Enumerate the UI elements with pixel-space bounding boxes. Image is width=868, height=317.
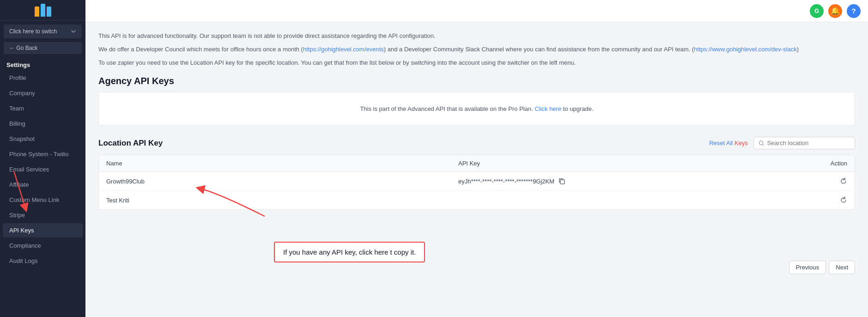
previous-button[interactable]: Previous [789,261,826,274]
sidebar-item-compliance[interactable]: Compliance [3,238,83,253]
logo-icon [35,4,51,17]
keys-text: Keys [734,140,748,146]
annotation-area: If you have any API key, click here t co… [98,212,855,253]
col-name-header: Name [106,160,458,167]
user-avatar-icon[interactable]: G [810,4,824,18]
table-header: Name API Key Action [99,155,855,172]
upgrade-text: to upgrade. [561,105,593,112]
sidebar-item-phone-system[interactable]: Phone System - Twilio [3,147,83,161]
sidebar-item-audit-logs[interactable]: Audit Logs [3,254,83,268]
sidebar-item-email-services[interactable]: Email Services [3,162,83,177]
main-area: G 🔔 ? This API is for advanced functiona… [85,0,868,317]
api-key-value-1: eyJh****-****-****-****-*******9Gj2KM [458,177,810,185]
logo-bar-blue-short [47,6,51,17]
pagination: Previous Next [98,261,855,274]
sidebar-item-custom-menu-link[interactable]: Custom Menu Link [3,193,83,207]
sidebar-item-stripe[interactable]: Stripe [3,208,83,222]
tooltip-box: If you have any API key, click here t co… [274,242,425,262]
sidebar-item-billing[interactable]: Billing [3,116,83,131]
copy-svg [558,177,565,185]
location-api-header: Location API Key Reset All Keys [98,137,855,149]
sidebar-item-team[interactable]: Team [3,101,83,116]
info-text-2: We do offer a Developer Council which me… [98,45,855,55]
settings-title: Settings [0,58,85,70]
copy-icon-1[interactable] [558,177,565,185]
action-icon-2[interactable] [810,196,847,204]
sidebar-item-company[interactable]: Company [3,86,83,100]
api-key-text-1: eyJh****-****-****-****-*******9Gj2KM [458,178,554,185]
switch-label: Click here to switch [9,28,57,35]
topbar: G 🔔 ? [85,0,868,22]
notification-icon[interactable]: 🔔 [828,4,842,18]
switch-button[interactable]: Click here to switch [4,24,82,38]
agency-api-text: This is part of the Advanced API that is… [360,105,534,112]
reset-all-keys-link[interactable]: Reset All Keys [709,140,748,146]
click-here-link[interactable]: Click here [534,105,561,112]
logo-bar-blue-tall [41,4,45,17]
events-link[interactable]: https://gohighlevel.com/events [303,46,384,53]
info-text-3: To use zapier you need to use the Locati… [98,58,855,68]
sidebar-logo [0,0,85,21]
next-button[interactable]: Next [829,261,855,274]
col-api-key-header: API Key [458,160,810,167]
location-api-title: Location API Key [98,139,163,148]
content-area: This API is for advanced functionality. … [85,22,868,317]
sidebar-item-api-keys[interactable]: API Keys [3,223,83,238]
annotation-arrow [191,184,283,221]
go-back-label: ← Go Back [9,45,37,51]
search-icon [759,140,765,146]
go-back-button[interactable]: ← Go Back [4,42,82,54]
agency-api-title: Agency API Keys [98,76,855,86]
search-location-box [753,137,855,149]
chevron-icon [71,29,76,34]
avatar-letter: G [814,7,819,14]
search-location-input[interactable] [767,140,850,146]
refresh-icon-2 [840,196,847,204]
logo-bar-orange [35,6,39,17]
agency-api-box: This is part of the Advanced API that is… [98,92,855,126]
svg-rect-1 [560,180,565,184]
location-api-actions: Reset All Keys [709,137,855,149]
col-action-header: Action [810,160,847,167]
action-icon-1[interactable] [810,177,847,185]
slack-link[interactable]: https://www.gohighlevel.com/dev-slack [694,46,797,53]
sidebar-item-affiliate[interactable]: Affiliate [3,177,83,192]
refresh-icon-1 [840,177,847,185]
sidebar-item-profile[interactable]: Profile [3,71,83,85]
tooltip-text: If you have any API key, click here t co… [283,248,416,256]
info-text-1: This API is for advanced functionality. … [98,31,855,41]
sidebar-item-snapshot[interactable]: Snapshot [3,132,83,146]
help-icon[interactable]: ? [847,4,861,18]
sidebar: Click here to switch ← Go Back Settings … [0,0,85,317]
